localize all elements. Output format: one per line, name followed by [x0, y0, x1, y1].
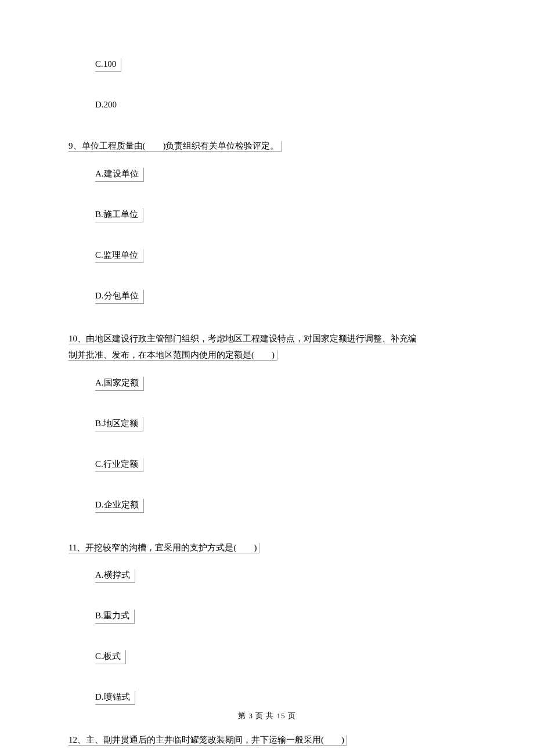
q9-option-d: D.分包单位 — [95, 290, 144, 304]
q11-option-b: B.重力式 — [95, 610, 135, 624]
q8-option-d: D.200 — [95, 99, 117, 111]
q10-option-c: C.行业定额 — [95, 458, 143, 472]
exam-page: C.100 D.200 9、单位工程质量由( )负责组织有关单位检验评定。 A.… — [0, 0, 534, 756]
q12-text: 12、主、副井贯通后的主井临时罐笼改装期间，井下运输一般采用( ) — [68, 735, 347, 746]
q11-option-c: C.板式 — [95, 650, 126, 664]
q9-option-a: A.建设单位 — [95, 168, 144, 182]
q9-text: 9、单位工程质量由( )负责组织有关单位检验评定。 — [68, 141, 282, 152]
question-9: 9、单位工程质量由( )负责组织有关单位检验评定。 — [68, 138, 464, 154]
question-10: 10、由地区建设行政主管部门组织，考虑地区工程建设特点，对国家定额进行调整、补充… — [68, 330, 464, 363]
question-11: 11、开挖较窄的沟槽，宜采用的支护方式是( ) — [68, 539, 464, 556]
q11-option-a: A.横撑式 — [95, 569, 135, 583]
page-footer: 第 3 页 共 15 页 — [0, 711, 534, 721]
q10-line1: 10、由地区建设行政主管部门组织，考虑地区工程建设特点，对国家定额进行调整、补充… — [68, 334, 417, 344]
q10-option-b: B.地区定额 — [95, 417, 143, 431]
q8-option-c: C.100 — [95, 58, 121, 72]
q11-option-d: D.喷锚式 — [95, 691, 135, 705]
q9-option-b: B.施工单位 — [95, 208, 143, 222]
q9-option-c: C.监理单位 — [95, 249, 143, 263]
q10-option-a: A.国家定额 — [95, 377, 144, 391]
q10-line2: 制并批准、发布，在本地区范围内使用的定额是( ) — [68, 350, 277, 361]
q10-option-d: D.企业定额 — [95, 499, 144, 513]
q11-text: 11、开挖较窄的沟槽，宜采用的支护方式是( ) — [68, 543, 259, 553]
question-12: 12、主、副井贯通后的主井临时罐笼改装期间，井下运输一般采用( ) — [68, 732, 464, 748]
